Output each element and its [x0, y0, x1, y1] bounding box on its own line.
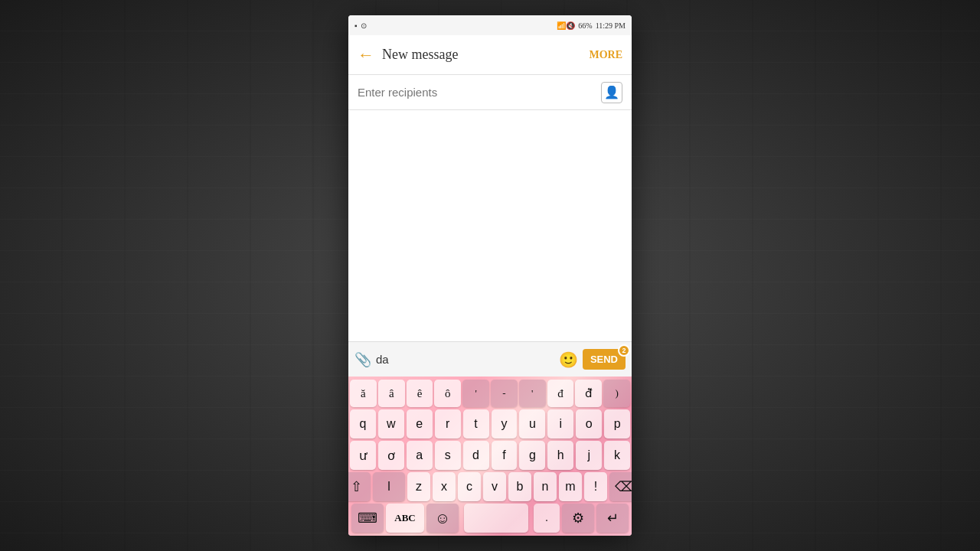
key-m[interactable]: m — [559, 472, 582, 501]
key-t[interactable]: t — [463, 409, 489, 439]
key-rparen[interactable]: ) — [603, 380, 630, 407]
emoji-icon[interactable]: 🙂 — [559, 350, 578, 369]
shift-key[interactable]: ⇧ — [348, 472, 371, 501]
message-input-bar: 📎 🙂 SEND 2 — [348, 341, 632, 377]
person-icon: 👤 — [604, 85, 619, 99]
key-u-horn[interactable]: ư — [350, 441, 376, 470]
backspace-key[interactable]: ⌫ — [609, 472, 632, 501]
key-o[interactable]: o — [576, 409, 602, 439]
status-left-icons: ▪ ⊙ — [354, 21, 367, 30]
key-d[interactable]: d — [463, 441, 489, 470]
key-u[interactable]: u — [519, 409, 545, 439]
status-bar: ▪ ⊙ 📶🔇 66% 11:29 PM — [348, 15, 632, 35]
signal-icons: 📶🔇 — [557, 21, 575, 30]
battery-percent: 66% — [578, 21, 592, 30]
battery-icon: ▪ — [354, 21, 358, 30]
key-o-horn[interactable]: ơ — [378, 441, 404, 470]
key-j[interactable]: j — [576, 441, 602, 470]
key-q[interactable]: q — [350, 409, 376, 439]
key-exclaim[interactable]: ! — [584, 472, 607, 501]
keyboard-row-2: ư ơ a s d f g h j k — [350, 441, 630, 470]
key-dash[interactable]: - — [491, 380, 518, 407]
key-a-breve[interactable]: ă — [350, 380, 377, 407]
key-x[interactable]: x — [433, 472, 456, 501]
keyboard-bottom-row: ⌨ ABC ☺ . ⚙ ↵ — [350, 504, 630, 533]
phone-screen: ▪ ⊙ 📶🔇 66% 11:29 PM ← New message MORE 👤 — [348, 15, 632, 536]
key-v[interactable]: v — [483, 472, 506, 501]
space-key[interactable] — [464, 504, 528, 533]
key-r[interactable]: r — [435, 409, 461, 439]
key-c[interactable]: c — [458, 472, 481, 501]
key-s[interactable]: s — [435, 441, 461, 470]
recipients-row: 👤 — [348, 75, 632, 110]
send-badge: 2 — [618, 344, 630, 357]
app-header: ← New message MORE — [348, 35, 632, 75]
key-l[interactable]: l — [373, 472, 405, 501]
send-button[interactable]: SEND 2 — [583, 349, 626, 370]
attach-icon[interactable]: 📎 — [354, 351, 371, 368]
key-b[interactable]: b — [508, 472, 531, 501]
recipients-input[interactable] — [358, 86, 601, 99]
page-title: New message — [382, 47, 589, 63]
status-right-icons: 📶🔇 66% 11:29 PM — [557, 21, 626, 30]
keyboard: ă â ê ô ' - ' đ đ̃ ) q w e r t y u i — [348, 377, 632, 536]
message-compose-area[interactable] — [348, 110, 632, 341]
key-k[interactable]: k — [604, 441, 630, 470]
key-e[interactable]: e — [407, 409, 433, 439]
key-h[interactable]: h — [547, 441, 573, 470]
key-e-circ[interactable]: ê — [407, 380, 433, 407]
key-g[interactable]: g — [519, 441, 545, 470]
key-y[interactable]: y — [492, 409, 518, 439]
key-n[interactable]: n — [534, 472, 557, 501]
key-a-circ[interactable]: â — [378, 380, 405, 407]
period-key[interactable]: . — [534, 504, 560, 533]
settings-key[interactable]: ⚙ — [562, 504, 594, 533]
time-display: 11:29 PM — [596, 21, 626, 30]
key-f[interactable]: f — [492, 441, 518, 470]
key-w[interactable]: w — [378, 409, 404, 439]
keyboard-switch-key[interactable]: ⌨ — [351, 504, 384, 533]
send-label: SEND — [590, 354, 618, 365]
more-button[interactable]: MORE — [589, 49, 622, 61]
contact-picker-icon[interactable]: 👤 — [601, 82, 622, 103]
circle-icon: ⊙ — [361, 21, 367, 30]
accents-row: ă â ê ô ' - ' đ đ̃ ) — [350, 380, 630, 407]
key-backtick[interactable]: ' — [519, 380, 546, 407]
key-d-stroke[interactable]: đ — [547, 380, 574, 407]
key-apostrophe[interactable]: ' — [462, 380, 489, 407]
key-a[interactable]: a — [407, 441, 433, 470]
key-z[interactable]: z — [407, 472, 430, 501]
keyboard-row-3: ⇧ l z x c v b n m ! ⌫ — [350, 472, 630, 501]
abc-key[interactable]: ABC — [386, 504, 424, 533]
key-p[interactable]: p — [604, 409, 630, 439]
keyboard-row-1: q w e r t y u i o p — [350, 409, 630, 439]
enter-key[interactable]: ↵ — [596, 504, 629, 533]
key-d-stroke-alt[interactable]: đ̃ — [575, 380, 602, 407]
key-o-circ[interactable]: ô — [434, 380, 461, 407]
key-i[interactable]: i — [547, 409, 573, 439]
back-button[interactable]: ← — [358, 45, 374, 65]
message-text-field[interactable] — [376, 353, 554, 366]
emoji-key[interactable]: ☺ — [426, 504, 459, 533]
